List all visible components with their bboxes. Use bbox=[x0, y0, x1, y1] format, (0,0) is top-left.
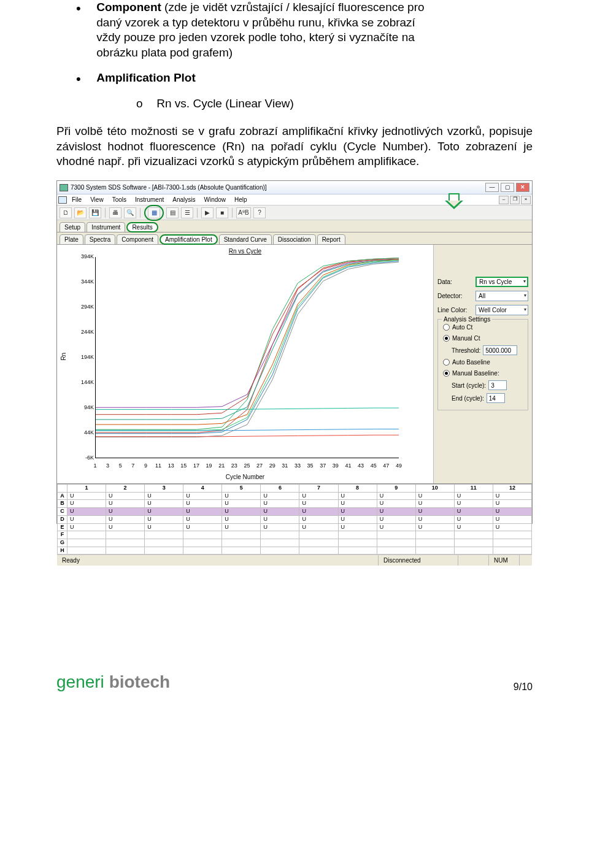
plate-well[interactable]: U bbox=[183, 500, 222, 508]
plate-row-header[interactable]: H bbox=[58, 547, 67, 555]
plate-well[interactable]: U bbox=[145, 500, 183, 508]
tab-setup[interactable]: Setup bbox=[60, 222, 85, 232]
plate-well[interactable]: U bbox=[299, 515, 338, 523]
close-button[interactable]: ✕ bbox=[516, 183, 529, 192]
plate-well[interactable]: U bbox=[493, 492, 531, 500]
plate-well[interactable] bbox=[145, 547, 183, 555]
plate-well[interactable]: U bbox=[183, 515, 222, 523]
plate-well[interactable]: U bbox=[493, 523, 531, 531]
menu-window[interactable]: Window bbox=[200, 195, 229, 204]
start-cycle-input[interactable]: 3 bbox=[488, 380, 507, 390]
plate-well[interactable]: U bbox=[106, 515, 145, 523]
plate-well[interactable]: U bbox=[377, 523, 415, 531]
plate-well[interactable] bbox=[377, 547, 415, 555]
plate-well[interactable] bbox=[454, 539, 493, 547]
plate-well[interactable]: U bbox=[454, 492, 493, 500]
manual-baseline-radio[interactable] bbox=[443, 370, 450, 377]
plate-well[interactable] bbox=[377, 539, 415, 547]
plate-well[interactable] bbox=[222, 539, 261, 547]
preview-icon[interactable]: 🔍 bbox=[124, 207, 136, 218]
plate-well[interactable]: U bbox=[338, 492, 377, 500]
plate-well[interactable] bbox=[299, 547, 338, 555]
plate-well[interactable]: U bbox=[183, 508, 222, 516]
plate-well[interactable]: U bbox=[261, 515, 299, 523]
plate-well[interactable] bbox=[67, 531, 106, 539]
plate-well[interactable]: U bbox=[106, 508, 145, 516]
plate-row-header[interactable]: G bbox=[58, 539, 67, 547]
tab-dissociation[interactable]: Dissociation bbox=[273, 234, 316, 245]
plate-well[interactable] bbox=[183, 539, 222, 547]
plate-well[interactable]: U bbox=[377, 492, 415, 500]
mdi-minimize-button[interactable]: – bbox=[499, 196, 509, 204]
plate-well[interactable]: U bbox=[299, 500, 338, 508]
plate-well[interactable] bbox=[299, 539, 338, 547]
plate-well[interactable]: U bbox=[222, 508, 261, 516]
plate-well[interactable]: U bbox=[493, 500, 531, 508]
plate-well[interactable]: U bbox=[183, 523, 222, 531]
menu-view[interactable]: View bbox=[87, 195, 107, 204]
plate-well[interactable] bbox=[493, 547, 531, 555]
plate-well[interactable]: U bbox=[454, 508, 493, 516]
plate-well[interactable]: U bbox=[299, 523, 338, 531]
plate-well[interactable] bbox=[415, 539, 454, 547]
menu-file[interactable]: File bbox=[68, 195, 85, 204]
plate-well[interactable]: U bbox=[67, 508, 106, 516]
menu-analysis[interactable]: Analysis bbox=[169, 195, 199, 204]
mdi-close-button[interactable]: × bbox=[521, 196, 531, 204]
plate-well[interactable]: U bbox=[106, 523, 145, 531]
plate-well[interactable]: U bbox=[454, 523, 493, 531]
plate-well[interactable]: U bbox=[454, 515, 493, 523]
plate-col-header[interactable]: 7 bbox=[299, 485, 338, 493]
auto-baseline-radio[interactable] bbox=[443, 359, 450, 366]
plate-well[interactable]: U bbox=[183, 492, 222, 500]
plate-well[interactable] bbox=[222, 547, 261, 555]
plate-well[interactable]: U bbox=[299, 508, 338, 516]
plate-well[interactable] bbox=[106, 547, 145, 555]
stop-icon[interactable]: ■ bbox=[216, 207, 228, 218]
mdi-restore-button[interactable]: ❐ bbox=[510, 196, 520, 204]
plate-well[interactable]: U bbox=[338, 500, 377, 508]
plate-well[interactable]: U bbox=[299, 492, 338, 500]
plate-well[interactable]: U bbox=[261, 500, 299, 508]
plate-col-header[interactable]: 4 bbox=[183, 485, 222, 493]
plate-col-header[interactable]: 5 bbox=[222, 485, 261, 493]
plate-well[interactable]: U bbox=[222, 500, 261, 508]
plate-well[interactable] bbox=[183, 531, 222, 539]
plate-row-header[interactable]: C bbox=[58, 508, 67, 516]
plate-well[interactable]: U bbox=[493, 515, 531, 523]
plate-well[interactable]: U bbox=[338, 523, 377, 531]
plate-well[interactable] bbox=[299, 531, 338, 539]
plate-well[interactable] bbox=[338, 539, 377, 547]
plate-well[interactable]: U bbox=[222, 515, 261, 523]
data-select[interactable]: Rn vs Cycle bbox=[475, 277, 528, 287]
menu-help[interactable]: Help bbox=[231, 195, 251, 204]
plate-well[interactable]: U bbox=[67, 500, 106, 508]
detector-select[interactable]: All bbox=[475, 291, 528, 301]
plate-col-header[interactable]: 3 bbox=[145, 485, 183, 493]
plate-well[interactable]: U bbox=[106, 492, 145, 500]
plate-well[interactable] bbox=[415, 531, 454, 539]
plate-well[interactable]: U bbox=[377, 515, 415, 523]
plate-well[interactable]: U bbox=[454, 500, 493, 508]
plate-well[interactable]: U bbox=[106, 500, 145, 508]
plate-row-header[interactable]: E bbox=[58, 523, 67, 531]
manual-ct-radio[interactable] bbox=[443, 335, 450, 342]
plate-well[interactable] bbox=[261, 547, 299, 555]
plate-row-header[interactable]: A bbox=[58, 492, 67, 500]
plate-col-header[interactable]: 11 bbox=[454, 485, 493, 493]
plate-col-header[interactable]: 10 bbox=[415, 485, 454, 493]
tab-amp-plot[interactable]: Amplification Plot bbox=[160, 234, 218, 245]
plate-col-header[interactable]: 9 bbox=[377, 485, 415, 493]
tab-plate[interactable]: Plate bbox=[60, 234, 83, 245]
plate-well[interactable] bbox=[415, 547, 454, 555]
plate-well[interactable] bbox=[454, 547, 493, 555]
plate-well[interactable]: U bbox=[145, 515, 183, 523]
plate-well[interactable]: U bbox=[222, 523, 261, 531]
plate-well[interactable] bbox=[493, 539, 531, 547]
menu-instrument[interactable]: Instrument bbox=[131, 195, 167, 204]
plate-well[interactable]: U bbox=[415, 500, 454, 508]
plate-well[interactable] bbox=[106, 539, 145, 547]
tab-std-curve[interactable]: Standard Curve bbox=[219, 234, 272, 245]
print-icon[interactable]: 🖶 bbox=[109, 207, 121, 218]
plate-well[interactable]: U bbox=[377, 500, 415, 508]
